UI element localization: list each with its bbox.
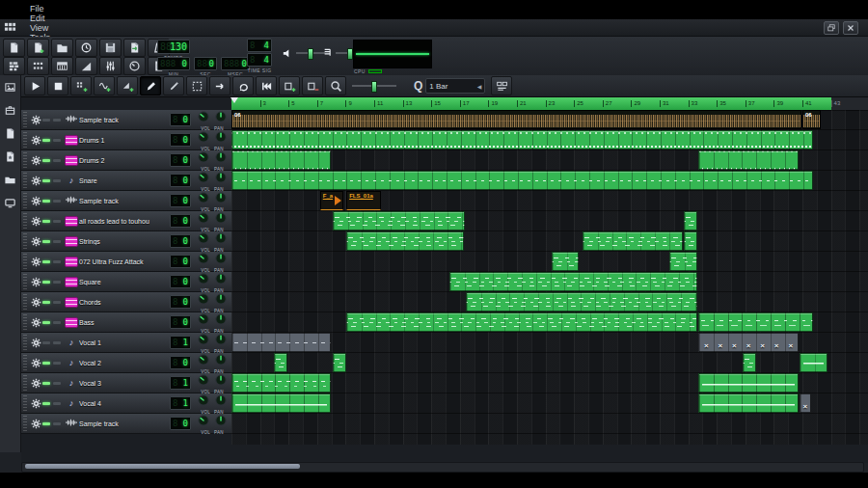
segment-dashbeat[interactable] xyxy=(231,171,813,190)
stop-button[interactable] xyxy=(47,76,68,95)
seconds-display[interactable]: 880 SEC xyxy=(194,57,217,77)
mute-led[interactable] xyxy=(42,240,50,243)
solo-led[interactable] xyxy=(53,119,61,122)
mute-led[interactable] xyxy=(42,422,50,425)
zoom-slider[interactable] xyxy=(352,85,396,87)
song-editor-button[interactable] xyxy=(3,57,25,75)
track-grip[interactable] xyxy=(23,355,27,370)
solo-led[interactable] xyxy=(53,240,61,243)
pan-knob[interactable] xyxy=(215,352,227,369)
track-name[interactable]: Drums 2 xyxy=(79,157,170,164)
fx-channel-display[interactable]: 80 xyxy=(170,153,191,167)
mute-led[interactable] xyxy=(42,341,50,344)
sidebar-presets-icon[interactable] xyxy=(3,149,18,164)
add-automation-track-button[interactable] xyxy=(117,76,138,95)
volume-knob[interactable] xyxy=(198,109,209,126)
track-settings-gear-icon[interactable] xyxy=(29,115,42,125)
open-recent-button[interactable] xyxy=(75,39,97,57)
track-name[interactable]: Chords xyxy=(79,299,170,306)
segment-notescells[interactable] xyxy=(698,312,813,332)
pan-knob[interactable] xyxy=(215,291,227,309)
pan-knob[interactable] xyxy=(215,312,227,329)
track-grip[interactable] xyxy=(23,213,27,229)
timeline[interactable]: 35791113151719212325272931333537394143 xyxy=(231,97,868,111)
track-name[interactable]: Sample track xyxy=(79,117,170,123)
app-menu-icon[interactable] xyxy=(3,22,17,34)
track-settings-gear-icon[interactable] xyxy=(29,257,42,267)
segment-notes[interactable] xyxy=(552,252,580,271)
muted-pattern-x-icon[interactable]: × xyxy=(770,340,784,351)
pan-knob[interactable] xyxy=(215,149,227,167)
grid-row-15[interactable]: × xyxy=(231,393,868,414)
segment-notes[interactable] xyxy=(274,353,287,372)
save-project-button[interactable] xyxy=(99,39,122,57)
grid-row-2[interactable] xyxy=(231,130,868,150)
grid-row-12[interactable]: ××××××× xyxy=(231,333,868,353)
track-name[interactable]: Bass xyxy=(79,319,170,326)
track-settings-gear-icon[interactable] xyxy=(29,317,42,328)
mute-led[interactable] xyxy=(42,119,50,122)
segment-muted-x[interactable]: × xyxy=(800,393,811,413)
segment-muted-x[interactable]: ××××××× xyxy=(698,333,799,352)
menu-file[interactable]: File xyxy=(22,4,58,14)
close-window-button[interactable] xyxy=(843,21,858,35)
master-volume-slider[interactable] xyxy=(282,44,325,62)
track-name[interactable]: Square xyxy=(79,279,170,285)
new-project-button[interactable] xyxy=(3,39,25,57)
minutes-display[interactable]: 8880 MIN xyxy=(157,57,190,77)
volume-knob[interactable] xyxy=(198,190,209,207)
segment-linecells[interactable] xyxy=(698,373,799,393)
track-grip[interactable] xyxy=(23,173,27,188)
grid-row-3[interactable] xyxy=(231,150,868,171)
segment-sample[interactable]: FLS_01a xyxy=(346,191,381,210)
segment-notes[interactable] xyxy=(466,292,697,312)
fx-channel-display[interactable]: 80 xyxy=(170,214,191,228)
volume-knob[interactable] xyxy=(198,170,209,187)
solo-led[interactable] xyxy=(53,362,61,365)
pan-knob[interactable] xyxy=(215,393,227,410)
segment-beat[interactable] xyxy=(231,130,813,149)
mute-led[interactable] xyxy=(42,362,50,365)
output-visualizer[interactable] xyxy=(353,40,432,68)
track-name[interactable]: Sample track xyxy=(79,420,170,427)
fx-channel-display[interactable]: 80 xyxy=(170,275,191,288)
add-bb-track-button[interactable] xyxy=(70,76,92,95)
volume-knob[interactable] xyxy=(198,332,209,349)
milliseconds-display[interactable]: 8880 MSEC xyxy=(221,57,250,77)
track-grip[interactable] xyxy=(23,152,27,168)
track-name[interactable]: Strings xyxy=(79,238,170,245)
volume-knob[interactable] xyxy=(198,129,209,147)
controller-rack-button[interactable] xyxy=(123,57,146,75)
track-settings-gear-icon[interactable] xyxy=(29,419,42,429)
fx-channel-display[interactable]: 80 xyxy=(170,133,191,147)
draw-mode-button[interactable] xyxy=(140,76,161,95)
segment-notes[interactable] xyxy=(333,353,346,372)
pan-knob[interactable] xyxy=(215,210,227,228)
pan-knob[interactable] xyxy=(215,413,227,430)
segment-notes[interactable] xyxy=(346,231,464,251)
fx-channel-display[interactable]: 80 xyxy=(170,255,191,268)
track-grip[interactable] xyxy=(23,294,27,310)
fx-channel-display[interactable]: 80 xyxy=(170,234,191,248)
fx-channel-display[interactable]: 81 xyxy=(170,336,191,349)
muted-pattern-x-icon[interactable]: × xyxy=(783,340,798,351)
mute-led[interactable] xyxy=(42,139,50,142)
menu-view[interactable]: View xyxy=(22,23,58,33)
muted-pattern-x-icon[interactable]: × xyxy=(800,401,810,412)
segment-dashcells[interactable] xyxy=(231,373,331,393)
track-name[interactable]: Vocal 3 xyxy=(79,380,170,387)
solo-led[interactable] xyxy=(53,139,61,142)
volume-knob[interactable] xyxy=(198,291,209,309)
fx-channel-display[interactable]: 81 xyxy=(170,396,191,410)
track-settings-gear-icon[interactable] xyxy=(29,176,42,186)
grid-row-8[interactable] xyxy=(231,252,868,272)
track-grip[interactable] xyxy=(23,375,27,391)
mute-led[interactable] xyxy=(42,159,50,162)
volume-knob[interactable] xyxy=(198,372,209,390)
pan-knob[interactable] xyxy=(215,230,227,248)
track-settings-gear-icon[interactable] xyxy=(29,155,42,166)
solo-led[interactable] xyxy=(53,341,61,344)
open-project-button[interactable] xyxy=(51,39,73,57)
track-settings-gear-icon[interactable] xyxy=(29,135,42,146)
arrow-mode-button[interactable] xyxy=(209,76,231,95)
